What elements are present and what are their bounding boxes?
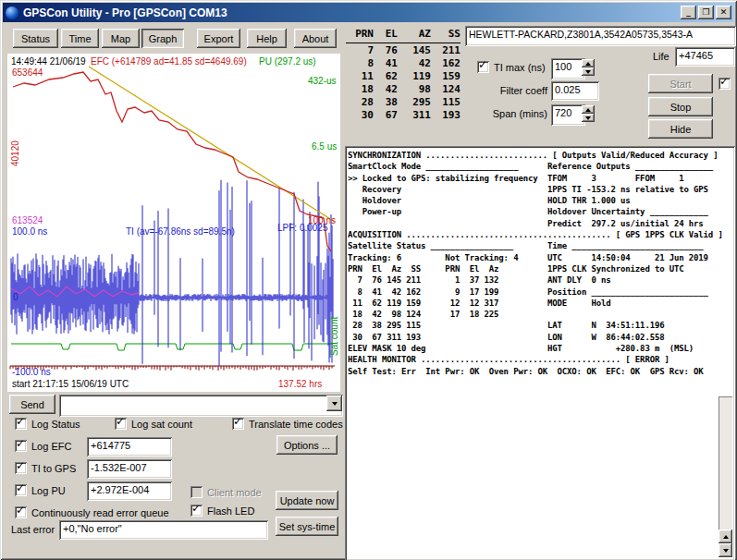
span-value-field[interactable]: 720 <box>551 104 585 126</box>
prn-table-header: PRNELAZSS <box>346 28 461 43</box>
titlebar[interactable]: GPSCon Utility - Pro [GPSCon] COM13 _ ❐ … <box>3 3 734 22</box>
svg-text:start 21:17:15 15/06/19 UTC: start 21:17:15 15/06/19 UTC <box>12 379 129 389</box>
status-line: Predict 297.2 us/initial 24 hrs <box>348 218 735 229</box>
flash-led-checkbox[interactable] <box>190 505 203 517</box>
receiver-id-field[interactable]: HEWLETT-PACKARD,Z3801A,3542A05735,3543-A <box>465 26 736 46</box>
toolbar-button-status[interactable]: Status <box>13 29 58 48</box>
span-spin-down-button[interactable] <box>582 114 595 122</box>
continuously-read-error-queue-label: Continuously read error queue <box>31 507 169 518</box>
prn-cell: 11 <box>346 70 374 83</box>
toolbar-button-time[interactable]: Time <box>61 29 99 48</box>
prn-cell: 211 <box>431 44 461 57</box>
ti-to-gps-value-field[interactable]: -1.532E-007 <box>87 459 172 479</box>
dropdown-button[interactable] <box>326 396 342 411</box>
svg-text:432-us: 432-us <box>308 76 337 86</box>
graph-panel: 14:49:44 21/06/19EFC (+614789 ad=41.85 s… <box>7 54 340 392</box>
prn-cell: 30 <box>346 109 374 122</box>
maximize-button[interactable]: ❐ <box>698 6 714 19</box>
ti-to-gps-label: TI to GPS <box>31 463 76 474</box>
command-combobox[interactable] <box>59 395 343 417</box>
log-sat-count-checkbox[interactable] <box>115 418 127 430</box>
toolbar-button-map[interactable]: Map <box>102 29 140 48</box>
start-button[interactable]: Start <box>648 74 713 93</box>
minimize-button[interactable]: _ <box>681 6 696 19</box>
last-error-label: Last error <box>11 524 55 535</box>
status-line: >> Locked to GPS: stabilizing frequency … <box>348 173 735 184</box>
scroll-up-button[interactable] <box>719 530 732 543</box>
close-button[interactable]: ✕ <box>716 6 731 19</box>
efc-value-field[interactable]: +614775 <box>87 437 172 457</box>
filter-coeff-field[interactable]: 0.025 <box>551 81 599 101</box>
stop-button[interactable]: Stop <box>648 97 713 116</box>
graph-canvas: 14:49:44 21/06/19EFC (+614789 ad=41.85 s… <box>7 54 340 392</box>
prn-row: 3067311193 <box>346 109 461 122</box>
status-line: Tracking: 6 Not Tracking: 4 UTC 14:50:04… <box>348 252 735 263</box>
life-value-field: +47465 <box>675 47 735 67</box>
status-line: 28 38 295 115 LAT N 34:51:11.196 <box>348 320 735 331</box>
prn-cell: 115 <box>431 96 461 109</box>
prn-cell: 145 <box>398 44 431 57</box>
prn-row: 184298124 <box>346 83 461 96</box>
pu-value-field[interactable]: +2.972E-004 <box>87 481 172 501</box>
translate-time-codes-label: Translate time codes <box>249 419 343 430</box>
continuously-read-error-queue-checkbox[interactable] <box>15 506 27 518</box>
toolbar-button-graph[interactable]: Graph <box>141 29 184 48</box>
status-line: 8 41 42 162 9 17 199 Position __________… <box>348 286 735 298</box>
client-mode-label: Client mode <box>207 487 262 498</box>
log-pu-checkbox[interactable] <box>15 484 27 496</box>
status-line: 18 42 98 124 17 18 225 <box>348 309 735 320</box>
log-status-checkbox[interactable] <box>15 418 27 430</box>
start-option-checkbox[interactable] <box>719 78 731 90</box>
ti-max-spin-up-button[interactable] <box>582 59 595 67</box>
status-line: Power-up Holdover Uncertainty __________… <box>348 206 735 217</box>
svg-text:653644: 653644 <box>12 67 43 78</box>
translate-time-codes-checkbox[interactable] <box>232 418 244 430</box>
status-line: ELEV MASK 10 deg HGT +280.83 m (MSL) <box>348 343 735 354</box>
prn-cell: 41 <box>374 57 398 70</box>
last-error-field[interactable]: +0,"No error" <box>59 520 268 540</box>
up-arrow-icon <box>585 108 591 112</box>
set-sys-time-button[interactable]: Set sys-time <box>276 517 338 536</box>
update-now-button[interactable]: Update now <box>276 491 338 510</box>
up-arrow-icon <box>585 62 591 66</box>
prn-row: 84142162 <box>346 57 461 70</box>
prn-row: 2838295115 <box>346 96 461 109</box>
toolbar-button-help[interactable]: Help <box>247 29 287 48</box>
prn-cell: 67 <box>374 109 398 122</box>
status-line: 7 76 145 211 1 37 132 ANT DLY 0 ns <box>348 274 735 286</box>
hide-button[interactable]: Hide <box>648 119 713 139</box>
svg-text:613524: 613524 <box>12 215 43 225</box>
status-lines: SYNCHRONIZATION ........................… <box>348 150 735 377</box>
svg-text:40120: 40120 <box>10 140 20 166</box>
ti-max-spin-down-button[interactable] <box>582 67 595 76</box>
options-button[interactable]: Options ... <box>276 435 338 455</box>
status-line: Self Test: Err Int Pwr: OK Oven Pwr: OK … <box>348 366 735 377</box>
span-spin-up-button[interactable] <box>582 105 595 114</box>
span-spinner: 720 <box>551 104 596 123</box>
prn-cell: 42 <box>374 83 398 96</box>
ti-max-checkbox[interactable] <box>477 61 489 73</box>
down-arrow-icon <box>585 116 591 120</box>
flash-led-label: Flash LED <box>207 505 254 517</box>
prn-table: 7761452118414216211621191591842981242838… <box>346 44 461 122</box>
prn-cell: 7 <box>346 44 374 57</box>
prn-cell: 124 <box>431 83 461 96</box>
status-line: HEALTH MONITOR .........................… <box>348 354 735 365</box>
toolbar-button-about[interactable]: About <box>294 29 337 48</box>
scrollbar-track[interactable] <box>719 396 732 530</box>
prn-cell: 311 <box>398 109 431 122</box>
prn-cell: 119 <box>398 70 431 83</box>
svg-text:100 ns: 100 ns <box>308 215 336 225</box>
svg-text:PU (297.2 us): PU (297.2 us) <box>259 56 316 67</box>
prn-cell: 18 <box>346 83 374 96</box>
prn-cell: 295 <box>398 96 431 109</box>
toolbar-button-export[interactable]: Export <box>197 29 240 48</box>
scroll-down-button[interactable] <box>719 543 732 557</box>
status-text-area[interactable]: SYNCHRONIZATION ........................… <box>345 146 735 560</box>
svg-text:EFC (+614789 ad=41.85 sd=4649.: EFC (+614789 ad=41.85 sd=4649.69) <box>91 56 247 67</box>
ti-max-value-field[interactable]: 100 <box>551 58 585 79</box>
log-efc-checkbox[interactable] <box>15 440 27 452</box>
ti-to-gps-checkbox[interactable] <box>15 462 27 474</box>
prn-row: 1162119159 <box>346 70 461 83</box>
send-button[interactable]: Send <box>9 395 55 414</box>
